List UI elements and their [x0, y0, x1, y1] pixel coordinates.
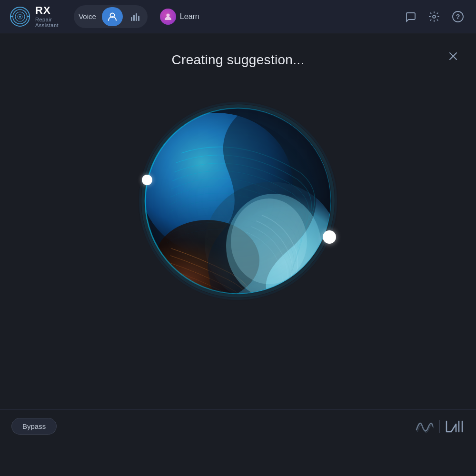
orb-dot-left — [142, 175, 152, 185]
spectrum-icon — [130, 11, 140, 22]
logo-area: RX RepairAssistant — [10, 5, 59, 28]
learn-button[interactable]: Learn — [160, 9, 199, 25]
chat-icon — [405, 11, 416, 22]
header-right: ? — [402, 8, 466, 25]
footer: Bypass — [0, 409, 476, 443]
footer-right — [416, 419, 465, 434]
orb-visualization — [133, 96, 343, 306]
header: RX RepairAssistant Voice — [0, 0, 476, 33]
chat-button[interactable] — [402, 8, 419, 25]
close-icon — [448, 51, 458, 61]
footer-divider — [439, 420, 440, 433]
logo-rx: RX — [35, 5, 59, 16]
voice-label: Voice — [76, 12, 100, 20]
svg-rect-11 — [138, 16, 139, 21]
ni-squiggle-icon — [416, 419, 434, 434]
learn-label: Learn — [180, 12, 199, 21]
svg-point-12 — [166, 13, 169, 17]
settings-button[interactable] — [426, 8, 443, 25]
bypass-button[interactable]: Bypass — [11, 418, 57, 435]
svg-rect-8 — [131, 17, 132, 21]
settings-icon — [428, 11, 440, 22]
head-icon — [107, 11, 118, 22]
svg-point-13 — [433, 15, 436, 18]
logo-icon — [10, 6, 30, 27]
orb-glow — [143, 106, 333, 296]
orb-dot-right — [323, 230, 336, 244]
svg-rect-9 — [133, 15, 135, 21]
voice-toggle: Voice — [74, 5, 148, 28]
logo-text: RX RepairAssistant — [35, 5, 59, 28]
ni-text-icon — [446, 420, 465, 433]
help-button[interactable]: ? — [449, 8, 466, 25]
learn-avatar — [160, 9, 176, 25]
close-button[interactable] — [445, 48, 462, 65]
help-icon: ? — [452, 10, 464, 23]
svg-text:?: ? — [456, 13, 460, 20]
svg-rect-10 — [136, 13, 137, 21]
voice-mode-button[interactable] — [102, 7, 123, 26]
svg-point-4 — [19, 16, 21, 18]
logo-subtitle: RepairAssistant — [35, 17, 59, 28]
main-content: Creating suggestion... — [0, 33, 476, 443]
suggestion-title: Creating suggestion... — [172, 52, 305, 68]
spectrum-mode-button[interactable] — [125, 7, 146, 26]
learn-avatar-icon — [164, 12, 172, 21]
